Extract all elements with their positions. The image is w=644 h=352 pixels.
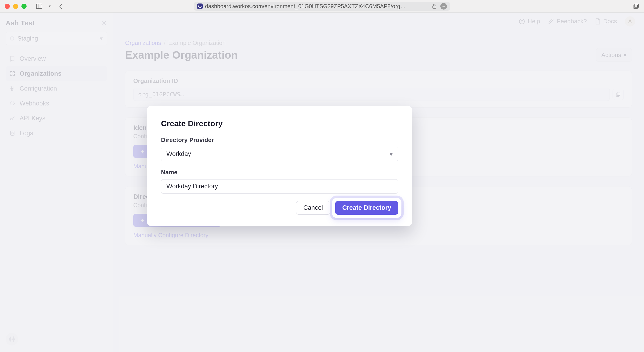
close-window-button[interactable] — [5, 4, 10, 9]
svg-rect-5 — [634, 5, 638, 8]
minimize-window-button[interactable] — [13, 4, 18, 9]
cancel-button[interactable]: Cancel — [296, 201, 330, 215]
cancel-label: Cancel — [303, 204, 323, 211]
provider-selected: Workday — [166, 150, 191, 158]
modal-title: Create Directory — [161, 119, 398, 128]
maximize-window-button[interactable] — [22, 4, 26, 9]
site-menu-icon[interactable]: ··· — [440, 3, 447, 9]
provider-label: Directory Provider — [161, 136, 398, 144]
create-directory-label: Create Directory — [342, 204, 391, 211]
window-titlebar: ▾ dashboard.workos.com/environment_01G0H… — [0, 0, 644, 12]
directory-name-input[interactable] — [161, 179, 398, 194]
svg-rect-4 — [635, 4, 638, 8]
url-text: dashboard.workos.com/environment_01G0HTS… — [205, 3, 406, 9]
copy-window-icon[interactable] — [633, 3, 639, 9]
chevron-down-icon: ▾ — [390, 150, 393, 158]
traffic-lights — [5, 4, 26, 9]
name-label: Name — [161, 169, 398, 176]
back-button-icon[interactable] — [57, 3, 64, 9]
svg-point-2 — [198, 5, 201, 8]
svg-rect-0 — [36, 4, 42, 8]
svg-rect-3 — [433, 6, 436, 8]
create-directory-button[interactable]: Create Directory — [335, 201, 398, 215]
sidebar-toggle-icon[interactable] — [36, 3, 42, 9]
provider-select[interactable]: Workday ▾ — [161, 147, 398, 161]
lock-icon — [432, 4, 437, 9]
url-bar[interactable]: dashboard.workos.com/environment_01G0HTS… — [194, 2, 450, 11]
site-favicon-icon — [197, 3, 203, 9]
create-directory-modal: Create Directory Directory Provider Work… — [147, 106, 412, 226]
chevron-down-icon[interactable]: ▾ — [46, 3, 53, 9]
